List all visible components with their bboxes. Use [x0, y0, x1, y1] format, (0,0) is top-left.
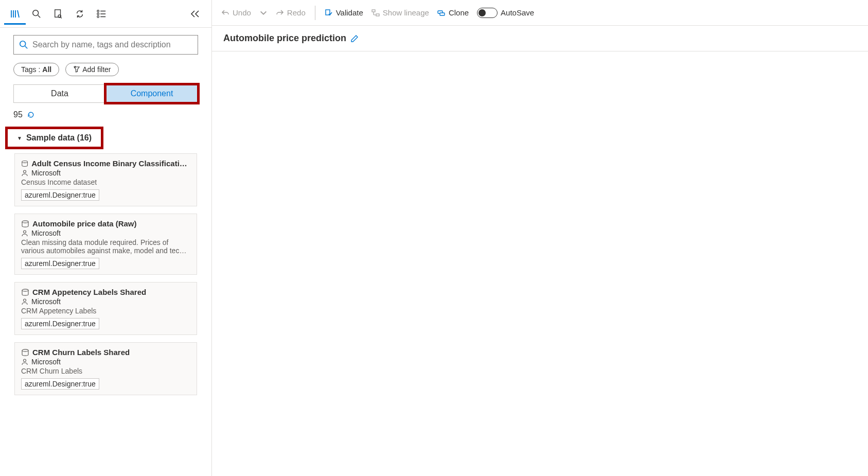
- svg-point-7: [22, 161, 28, 163]
- show-lineage-button[interactable]: Show lineage: [371, 8, 429, 17]
- asset-description: Clean missing data module required. Pric…: [21, 238, 190, 255]
- asset-list[interactable]: Adult Census Income Binary Classificatio…: [0, 153, 211, 476]
- redo-button[interactable]: Redo: [276, 8, 306, 17]
- asset-tag: azureml.Designer:true: [21, 378, 99, 390]
- show-lineage-label: Show lineage: [383, 8, 429, 17]
- search-icon: [19, 40, 28, 49]
- person-icon: [21, 298, 28, 305]
- svg-point-14: [24, 359, 26, 362]
- pipeline-header: Automobile price prediction: [212, 26, 868, 51]
- person-icon: [21, 230, 28, 237]
- chevron-down-icon: ▼: [17, 135, 22, 141]
- clone-label: Clone: [449, 8, 469, 17]
- validate-icon: [325, 9, 333, 17]
- main-area: Undo Redo Validate Show lineage Clone Au…: [212, 0, 868, 476]
- asset-card[interactable]: CRM Appetency Labels Shared Microsoft CR…: [14, 282, 197, 335]
- clone-button[interactable]: Clone: [437, 8, 469, 17]
- svg-rect-19: [440, 13, 445, 15]
- search-icon[interactable]: [26, 3, 47, 25]
- person-icon: [21, 358, 28, 365]
- svg-point-6: [20, 41, 26, 47]
- svg-rect-17: [376, 14, 379, 16]
- asset-author: Microsoft: [31, 358, 61, 366]
- add-filter-button[interactable]: Add filter: [65, 63, 118, 76]
- asset-tag: azureml.Designer:true: [21, 318, 99, 329]
- dataset-icon: [21, 288, 29, 296]
- asset-title: CRM Churn Labels Shared: [32, 348, 130, 357]
- asset-author: Microsoft: [31, 297, 61, 306]
- validate-label: Validate: [336, 8, 363, 17]
- undo-icon: [221, 9, 229, 17]
- asset-title: Adult Census Income Binary Classificatio…: [31, 159, 190, 168]
- toolbar: Undo Redo Validate Show lineage Clone Au…: [212, 0, 868, 26]
- tab-component[interactable]: Component: [105, 84, 198, 103]
- pencil-icon: [350, 34, 359, 43]
- svg-rect-1: [55, 9, 61, 16]
- toolbar-divider: [315, 6, 315, 20]
- dataset-icon: [21, 160, 28, 168]
- asset-author: Microsoft: [31, 229, 61, 237]
- file-search-icon[interactable]: [47, 3, 69, 25]
- collapse-panel-icon[interactable]: [184, 3, 205, 25]
- clone-icon: [437, 9, 446, 17]
- tags-filter-value: All: [42, 65, 51, 74]
- tab-data[interactable]: Data: [13, 84, 105, 103]
- asset-search-box[interactable]: [13, 35, 198, 55]
- pipeline-canvas[interactable]: [212, 51, 868, 476]
- asset-tag: azureml.Designer:true: [21, 258, 99, 269]
- redo-label: Redo: [287, 8, 306, 17]
- autosave-label: AutoSave: [501, 8, 534, 17]
- section-header-sample-data[interactable]: ▼ Sample data (16): [13, 131, 96, 145]
- library-icon[interactable]: [4, 3, 26, 25]
- undo-label: Undo: [233, 8, 251, 17]
- svg-point-12: [24, 299, 26, 302]
- person-icon: [21, 169, 28, 177]
- refresh-icon[interactable]: [69, 3, 91, 25]
- svg-point-0: [33, 10, 39, 15]
- autosave-toggle[interactable]: AutoSave: [477, 8, 534, 18]
- refresh-results-icon[interactable]: [27, 111, 35, 119]
- svg-point-8: [24, 170, 26, 173]
- svg-rect-16: [372, 10, 375, 12]
- redo-icon: [276, 9, 284, 17]
- section-header-label: Sample data (16): [26, 133, 92, 143]
- tags-filter[interactable]: Tags : All: [13, 63, 59, 76]
- add-filter-label: Add filter: [82, 65, 111, 74]
- toggle-switch[interactable]: [477, 8, 498, 18]
- result-count: 95: [13, 110, 23, 119]
- lineage-icon: [371, 9, 380, 17]
- svg-point-5: [97, 15, 99, 17]
- search-input[interactable]: [32, 40, 192, 49]
- svg-point-10: [24, 231, 26, 233]
- asset-card[interactable]: Adult Census Income Binary Classificatio…: [14, 153, 197, 206]
- dataset-icon: [21, 220, 29, 228]
- result-count-row: 95: [0, 103, 211, 122]
- validate-button[interactable]: Validate: [325, 8, 363, 17]
- panel-icon-strip: [0, 0, 211, 28]
- dataset-icon: [21, 348, 29, 357]
- svg-point-11: [22, 289, 28, 291]
- svg-point-4: [97, 13, 99, 15]
- add-filter-icon: [73, 66, 80, 73]
- asset-card[interactable]: Automobile price data (Raw) Microsoft Cl…: [14, 214, 197, 275]
- asset-title: CRM Appetency Labels Shared: [32, 288, 146, 296]
- asset-tag: azureml.Designer:true: [21, 189, 99, 201]
- svg-point-3: [97, 10, 99, 12]
- pipeline-title: Automobile price prediction: [223, 33, 346, 44]
- settings-list-icon[interactable]: [91, 3, 112, 25]
- edit-title-button[interactable]: [350, 34, 359, 43]
- filter-row: Tags : All Add filter: [0, 60, 211, 82]
- undo-menu-chevron[interactable]: [259, 9, 268, 17]
- asset-card[interactable]: CRM Churn Labels Shared Microsoft CRM Ch…: [14, 342, 197, 395]
- asset-description: CRM Churn Labels: [21, 367, 190, 375]
- asset-panel: Tags : All Add filter Data Component 95 …: [0, 0, 212, 476]
- svg-point-13: [22, 349, 28, 351]
- asset-description: Census Income dataset: [21, 178, 190, 186]
- svg-point-9: [22, 220, 28, 222]
- asset-title: Automobile price data (Raw): [32, 219, 137, 228]
- tags-filter-label: Tags :: [21, 65, 40, 74]
- chevron-down-icon: [259, 9, 268, 17]
- asset-author: Microsoft: [31, 169, 61, 177]
- undo-button[interactable]: Undo: [221, 8, 251, 17]
- asset-description: CRM Appetency Labels: [21, 307, 190, 315]
